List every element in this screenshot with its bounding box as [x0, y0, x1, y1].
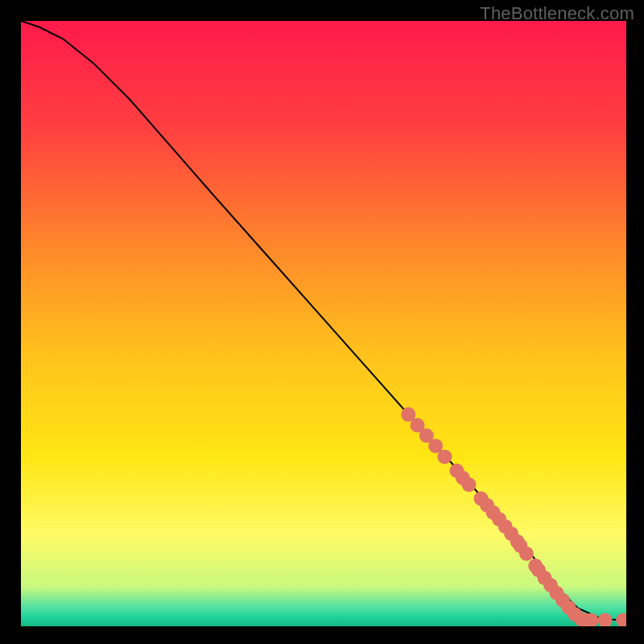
plot-area	[21, 21, 626, 626]
chart-frame: TheBottleneck.com	[0, 0, 644, 644]
watermark-text: TheBottleneck.com	[480, 3, 634, 24]
overlay-dot	[461, 477, 476, 492]
overlay-dot	[437, 449, 452, 464]
gradient-background	[21, 21, 626, 626]
chart-svg	[21, 21, 626, 626]
overlay-dot	[519, 547, 534, 561]
